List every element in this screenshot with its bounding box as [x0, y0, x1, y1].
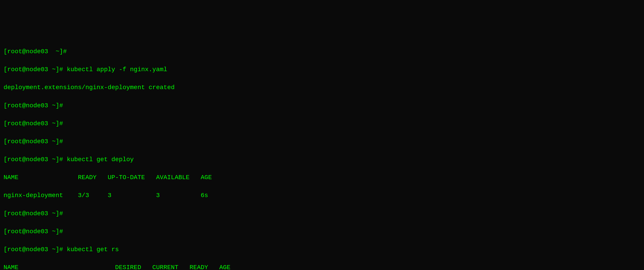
- terminal-line-line13: NAME DESIRED CURRENT READY AGE: [4, 263, 640, 270]
- terminal-line-line2: [root@node03 ~]# kubectl apply -f nginx.…: [4, 65, 640, 74]
- terminal-line-line8: NAME READY UP-TO-DATE AVAILABLE AGE: [4, 173, 640, 182]
- terminal-line-line9: nginx-deployment 3/3 3 3 6s: [4, 191, 640, 200]
- terminal-window: [root@node03 ~]# [root@node03 ~]# kubect…: [4, 38, 640, 270]
- terminal-line-line4: [root@node03 ~]#: [4, 101, 640, 110]
- terminal-line-line10: [root@node03 ~]#: [4, 209, 640, 218]
- terminal-line-line1: [root@node03 ~]#: [4, 47, 640, 56]
- terminal-line-line11: [root@node03 ~]#: [4, 227, 640, 236]
- terminal-line-line3: deployment.extensions/nginx-deployment c…: [4, 83, 640, 92]
- terminal-line-line12: [root@node03 ~]# kubectl get rs: [4, 245, 640, 254]
- terminal-line-line5: [root@node03 ~]#: [4, 119, 640, 128]
- terminal-line-line7: [root@node03 ~]# kubectl get deploy: [4, 155, 640, 164]
- terminal-line-line6: [root@node03 ~]#: [4, 137, 640, 146]
